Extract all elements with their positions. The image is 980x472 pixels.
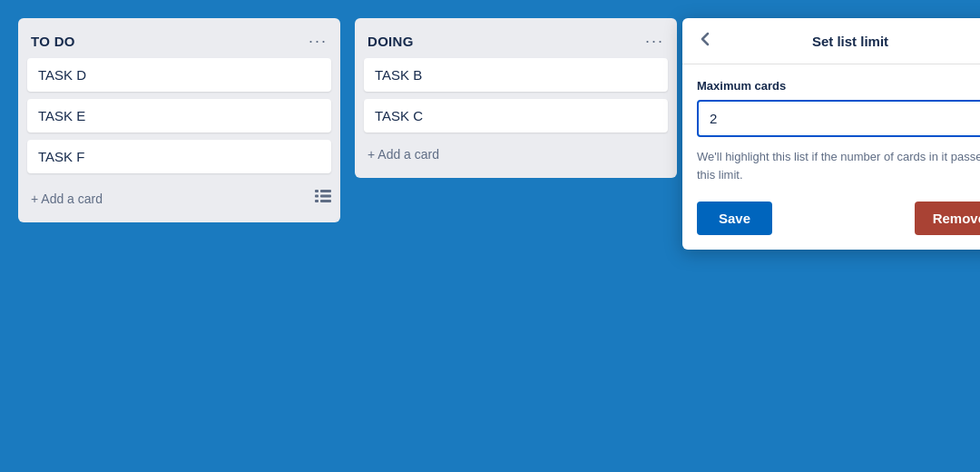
remove-button[interactable]: Remove xyxy=(915,202,980,235)
svg-rect-3 xyxy=(320,195,331,198)
done-modal-area: DONE ··· Set list limit ✕ Maximum cards … xyxy=(691,18,980,69)
maximum-cards-label: Maximum cards xyxy=(697,79,980,93)
todo-add-card-button[interactable]: + Add a card xyxy=(27,186,106,211)
panel-title: Set list limit xyxy=(812,34,888,49)
set-limit-panel: Set list limit ✕ Maximum cards We'll hig… xyxy=(682,18,980,250)
doing-add-card-button[interactable]: + Add a card xyxy=(364,142,668,167)
panel-back-button[interactable] xyxy=(695,30,715,52)
todo-menu-icon[interactable]: ··· xyxy=(309,33,328,49)
maximum-cards-input[interactable] xyxy=(697,100,980,137)
save-button[interactable]: Save xyxy=(697,202,772,235)
card-task-c[interactable]: TASK C xyxy=(364,99,668,133)
todo-title: TO DO xyxy=(31,34,75,49)
panel-hint: We'll highlight this list if the number … xyxy=(697,148,980,183)
panel-body: Maximum cards We'll highlight this list … xyxy=(682,64,980,250)
doing-menu-icon[interactable]: ··· xyxy=(645,33,664,49)
todo-footer: + Add a card xyxy=(27,184,331,211)
svg-rect-2 xyxy=(315,195,318,198)
doing-column: DOING ··· TASK B TASK C + Add a card xyxy=(355,18,677,178)
svg-rect-4 xyxy=(315,200,318,202)
todo-add-card-label: + Add a card xyxy=(31,192,103,206)
svg-rect-0 xyxy=(315,190,318,192)
todo-column: TO DO ··· TASK D TASK E TASK F + Add a c… xyxy=(18,18,340,222)
todo-list-icon xyxy=(315,189,331,207)
panel-actions: Save Remove xyxy=(697,202,980,235)
card-task-e[interactable]: TASK E xyxy=(27,99,331,133)
panel-header: Set list limit ✕ xyxy=(682,18,980,64)
svg-rect-5 xyxy=(320,200,331,202)
card-task-d[interactable]: TASK D xyxy=(27,58,331,92)
todo-header: TO DO ··· xyxy=(27,29,331,58)
doing-title: DOING xyxy=(368,34,414,49)
doing-add-card-label: + Add a card xyxy=(368,147,439,162)
card-task-b[interactable]: TASK B xyxy=(364,58,668,92)
svg-rect-1 xyxy=(320,190,331,192)
card-task-f[interactable]: TASK F xyxy=(27,140,331,173)
doing-header: DOING ··· xyxy=(364,29,668,58)
